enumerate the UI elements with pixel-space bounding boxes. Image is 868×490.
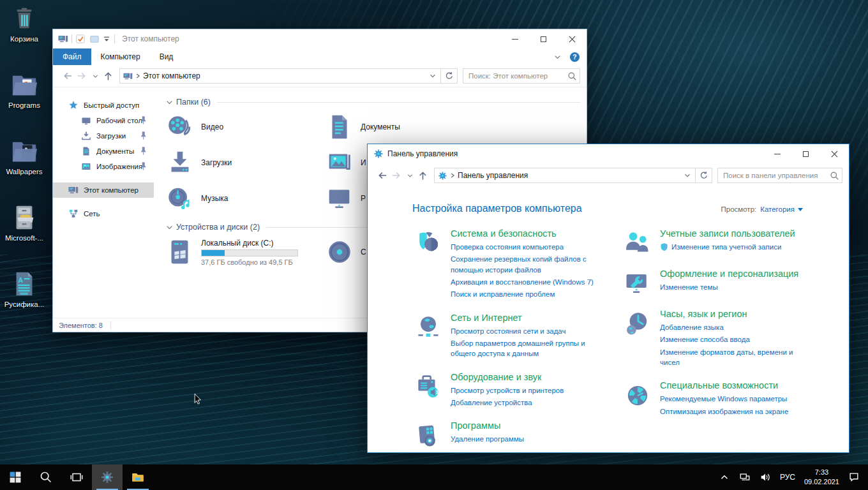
- pin-icon[interactable]: [138, 146, 148, 156]
- category-link[interactable]: Сохранение резервных копий файлов с помо…: [451, 254, 604, 275]
- breadcrumb-chevron-icon[interactable]: [449, 172, 456, 179]
- menu-tab-файл[interactable]: Файл: [53, 48, 91, 65]
- clock[interactable]: 7:33 09.02.2021: [800, 464, 844, 490]
- category-link[interactable]: Выбор параметров домашней группы и общег…: [451, 338, 604, 359]
- category-link[interactable]: Изменение темы: [660, 282, 798, 292]
- network-icon[interactable]: [735, 464, 755, 490]
- desktop-icon-recycle-bin[interactable]: Корзина: [0, 4, 49, 43]
- cp-hardware-icon[interactable]: [414, 373, 442, 401]
- search-input[interactable]: [723, 172, 830, 179]
- desktop-icon-microsoft-cabinet[interactable]: Microsoft-...: [0, 203, 49, 242]
- address-dropdown-icon[interactable]: [684, 172, 691, 179]
- menu-tab-компьютер[interactable]: Компьютер: [91, 48, 150, 65]
- cp-clock-icon[interactable]: [624, 310, 652, 338]
- search-button[interactable]: [31, 464, 61, 490]
- breadcrumb[interactable]: Панель управления: [458, 171, 684, 180]
- category-title[interactable]: Часы, язык и регион: [660, 309, 813, 319]
- view-by-dropdown[interactable]: Категория: [760, 205, 803, 213]
- control-panel-task[interactable]: [92, 464, 123, 490]
- cp-users-icon[interactable]: [624, 230, 652, 258]
- pin-icon[interactable]: [138, 131, 148, 140]
- category-link[interactable]: Добавление устройства: [451, 397, 564, 408]
- file-item[interactable]: Документы: [325, 109, 484, 145]
- cp-programs-icon[interactable]: [414, 422, 442, 450]
- category-link[interactable]: Изменение форматов даты, времени и чисел: [660, 347, 813, 368]
- expand-ribbon-icon[interactable]: [553, 53, 562, 61]
- sidebar-item[interactable]: Изображения: [53, 159, 154, 174]
- category-title[interactable]: Сеть и Интернет: [451, 313, 604, 323]
- category-title[interactable]: Оборудование и звук: [451, 372, 564, 382]
- category-title[interactable]: Программы: [451, 420, 524, 431]
- category-link[interactable]: Просмотр состояния сети и задач: [451, 326, 604, 336]
- category-link[interactable]: Поиск и исправление проблем: [451, 289, 604, 299]
- sidebar-item[interactable]: Этот компьютер: [53, 182, 154, 198]
- sidebar-item[interactable]: Рабочий стол: [53, 113, 154, 128]
- maximize-button[interactable]: [791, 144, 820, 163]
- task-view-button[interactable]: [61, 464, 92, 490]
- up-button[interactable]: [415, 168, 430, 183]
- up-button[interactable]: [100, 68, 116, 84]
- new-folder-qat-icon[interactable]: [89, 34, 100, 44]
- file-item[interactable]: Видео: [165, 109, 325, 145]
- breadcrumb-chevron-icon[interactable]: [134, 72, 142, 80]
- category-link[interactable]: Проверка состояния компьютера: [451, 242, 604, 252]
- menu-tab-вид[interactable]: Вид: [150, 48, 183, 65]
- collapse-chevron-icon[interactable]: [165, 98, 174, 107]
- language-indicator[interactable]: РУС: [775, 464, 800, 490]
- breadcrumb[interactable]: Этот компьютер: [143, 71, 429, 80]
- category-link[interactable]: Архивация и восстановление (Windows 7): [451, 277, 604, 287]
- category-link[interactable]: Удаление программы: [451, 434, 524, 444]
- cp-network-icon[interactable]: [414, 314, 442, 342]
- file-item[interactable]: Загрузки: [165, 145, 325, 181]
- help-icon[interactable]: ?: [569, 52, 580, 63]
- desktop-icon-wallpapers-folder[interactable]: Wallpapers: [0, 137, 49, 175]
- cp-security-icon[interactable]: [414, 230, 442, 258]
- pin-icon[interactable]: [138, 161, 148, 171]
- start-button[interactable]: [0, 464, 31, 490]
- volume-icon[interactable]: [755, 464, 775, 490]
- pin-icon[interactable]: [138, 115, 148, 125]
- category-link[interactable]: Добавление языка: [660, 322, 813, 332]
- category-link[interactable]: Изменение способа ввода: [660, 334, 813, 345]
- collapse-chevron-icon[interactable]: [165, 223, 174, 232]
- address-bar[interactable]: Панель управления: [434, 168, 696, 183]
- address-bar[interactable]: Этот компьютер: [119, 68, 441, 84]
- customize-qat-icon[interactable]: [102, 34, 111, 43]
- category-link[interactable]: Просмотр устройств и принтеров: [451, 385, 564, 396]
- search-icon[interactable]: [830, 171, 839, 181]
- category-link[interactable]: Изменение типа учетной записи: [660, 242, 795, 252]
- refresh-button[interactable]: [696, 168, 712, 183]
- address-dropdown-icon[interactable]: [429, 72, 437, 80]
- forward-button[interactable]: [75, 68, 90, 84]
- category-title[interactable]: Специальные возможности: [660, 380, 788, 390]
- action-center-icon[interactable]: [844, 464, 864, 490]
- minimize-button[interactable]: [500, 29, 529, 48]
- minimize-button[interactable]: [763, 144, 791, 163]
- desktop-icon-programs-folder[interactable]: Programs: [0, 70, 49, 109]
- hidden-icons-chevron[interactable]: [714, 464, 735, 490]
- back-button[interactable]: [374, 168, 389, 183]
- search-icon[interactable]: [567, 71, 577, 81]
- sidebar-item[interactable]: Документы: [53, 144, 154, 159]
- search-input[interactable]: [468, 72, 567, 80]
- cp-accessibility-icon[interactable]: [624, 382, 652, 410]
- desktop-icon-rusifika-file[interactable]: AРусифика...: [0, 269, 49, 308]
- recent-locations-button[interactable]: [90, 68, 100, 84]
- close-button[interactable]: [820, 144, 849, 163]
- category-link[interactable]: Рекомендуемые Windows параметры: [660, 394, 788, 404]
- sidebar-item[interactable]: Сеть: [53, 206, 154, 221]
- explorer-task[interactable]: [123, 464, 153, 490]
- refresh-button[interactable]: [441, 68, 458, 84]
- category-title[interactable]: Учетные записи пользователей: [660, 228, 795, 239]
- forward-button[interactable]: [389, 168, 405, 183]
- back-button[interactable]: [59, 68, 75, 84]
- category-title[interactable]: Система и безопасность: [451, 228, 604, 239]
- file-item[interactable]: Музыка: [165, 181, 325, 216]
- cp-personalization-icon[interactable]: [624, 270, 652, 298]
- drive-item[interactable]: Локальный диск (C:)37,6 ГБ свободно из 4…: [165, 234, 325, 270]
- close-button[interactable]: [558, 29, 587, 48]
- sidebar-item[interactable]: Загрузки: [53, 128, 154, 144]
- maximize-button[interactable]: [529, 29, 558, 48]
- group-header[interactable]: Папки (6): [165, 98, 580, 107]
- category-link[interactable]: Оптимизация изображения на экране: [660, 406, 788, 417]
